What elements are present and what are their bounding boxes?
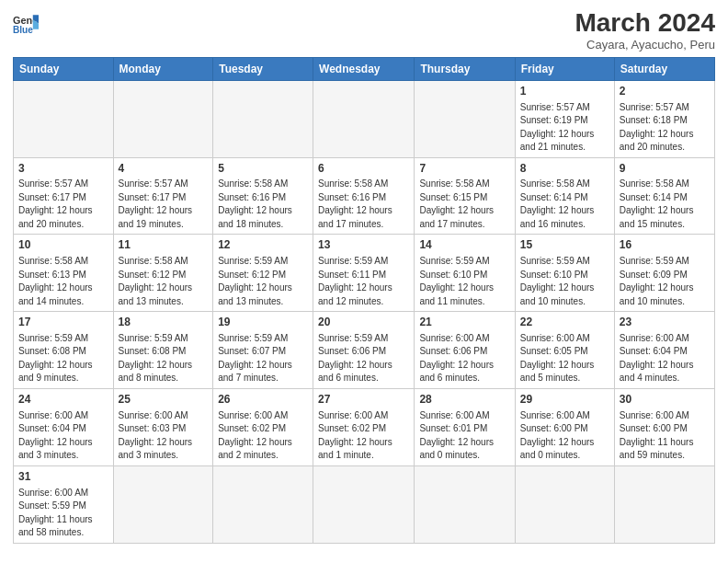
calendar-week-row: 31Sunrise: 6:00 AMSunset: 5:59 PMDayligh… <box>14 465 715 543</box>
day-info: Sunrise: 5:59 AMSunset: 6:12 PMDaylight:… <box>218 255 308 308</box>
calendar-week-row: 17Sunrise: 5:59 AMSunset: 6:08 PMDayligh… <box>14 312 715 389</box>
page: General Blue March 2024 Cayara, Ayacucho… <box>0 0 728 563</box>
table-row: 5Sunrise: 5:58 AMSunset: 6:16 PMDaylight… <box>213 157 313 235</box>
table-row <box>614 465 714 543</box>
table-row: 29Sunrise: 6:00 AMSunset: 6:00 PMDayligh… <box>515 388 614 465</box>
day-number: 5 <box>218 161 308 177</box>
table-row: 30Sunrise: 6:00 AMSunset: 6:00 PMDayligh… <box>614 388 714 465</box>
calendar-week-row: 3Sunrise: 5:57 AMSunset: 6:17 PMDaylight… <box>14 157 715 235</box>
header-sunday: Sunday <box>14 57 114 80</box>
day-info: Sunrise: 5:59 AMSunset: 6:08 PMDaylight:… <box>119 332 209 385</box>
day-number: 4 <box>119 161 209 177</box>
day-number: 26 <box>218 392 308 408</box>
table-row: 15Sunrise: 5:59 AMSunset: 6:10 PMDayligh… <box>515 235 614 312</box>
day-number: 25 <box>119 392 209 408</box>
header-saturday: Saturday <box>614 57 714 80</box>
table-row <box>415 80 515 157</box>
day-number: 19 <box>218 315 308 330</box>
calendar-table: Sunday Monday Tuesday Wednesday Thursday… <box>13 57 715 544</box>
table-row: 4Sunrise: 5:57 AMSunset: 6:17 PMDaylight… <box>113 157 213 235</box>
day-number: 3 <box>18 161 108 177</box>
day-number: 22 <box>520 315 609 330</box>
header-wednesday: Wednesday <box>313 57 415 80</box>
table-row: 25Sunrise: 6:00 AMSunset: 6:03 PMDayligh… <box>113 388 213 465</box>
table-row: 17Sunrise: 5:59 AMSunset: 6:08 PMDayligh… <box>14 312 114 389</box>
month-year: March 2024 <box>574 9 715 38</box>
table-row: 26Sunrise: 6:00 AMSunset: 6:02 PMDayligh… <box>213 388 313 465</box>
day-number: 1 <box>520 84 609 99</box>
table-row: 31Sunrise: 6:00 AMSunset: 5:59 PMDayligh… <box>14 465 114 543</box>
day-info: Sunrise: 5:58 AMSunset: 6:13 PMDaylight:… <box>18 255 108 308</box>
location: Cayara, Ayacucho, Peru <box>574 38 715 52</box>
day-info: Sunrise: 6:00 AMSunset: 6:02 PMDaylight:… <box>318 409 409 463</box>
day-number: 29 <box>520 392 609 408</box>
table-row <box>213 465 313 543</box>
day-number: 18 <box>119 315 209 330</box>
day-info: Sunrise: 5:58 AMSunset: 6:14 PMDaylight:… <box>520 178 609 231</box>
table-row: 1Sunrise: 5:57 AMSunset: 6:19 PMDaylight… <box>515 80 614 157</box>
table-row <box>213 80 313 157</box>
calendar-week-row: 24Sunrise: 6:00 AMSunset: 6:04 PMDayligh… <box>14 388 715 465</box>
table-row: 10Sunrise: 5:58 AMSunset: 6:13 PMDayligh… <box>14 235 114 312</box>
table-row: 23Sunrise: 6:00 AMSunset: 6:04 PMDayligh… <box>614 312 714 389</box>
table-row: 22Sunrise: 6:00 AMSunset: 6:05 PMDayligh… <box>515 312 614 389</box>
day-number: 14 <box>419 237 509 253</box>
day-number: 11 <box>119 237 209 253</box>
day-number: 21 <box>419 315 509 330</box>
day-info: Sunrise: 6:00 AMSunset: 6:05 PMDaylight:… <box>520 332 609 385</box>
day-number: 16 <box>620 237 710 253</box>
day-info: Sunrise: 5:58 AMSunset: 6:12 PMDaylight:… <box>119 255 209 308</box>
day-info: Sunrise: 6:00 AMSunset: 5:59 PMDaylight:… <box>18 487 108 540</box>
table-row <box>515 465 614 543</box>
table-row <box>415 465 515 543</box>
table-row: 6Sunrise: 5:58 AMSunset: 6:16 PMDaylight… <box>313 157 415 235</box>
day-info: Sunrise: 5:58 AMSunset: 6:15 PMDaylight:… <box>419 178 509 231</box>
table-row: 14Sunrise: 5:59 AMSunset: 6:10 PMDayligh… <box>415 235 515 312</box>
table-row: 24Sunrise: 6:00 AMSunset: 6:04 PMDayligh… <box>14 388 114 465</box>
day-info: Sunrise: 5:57 AMSunset: 6:17 PMDaylight:… <box>18 178 108 231</box>
day-info: Sunrise: 5:57 AMSunset: 6:19 PMDaylight:… <box>520 101 609 155</box>
table-row: 27Sunrise: 6:00 AMSunset: 6:02 PMDayligh… <box>313 388 415 465</box>
table-row: 16Sunrise: 5:59 AMSunset: 6:09 PMDayligh… <box>614 235 714 312</box>
day-info: Sunrise: 5:57 AMSunset: 6:18 PMDaylight:… <box>620 101 710 155</box>
calendar-week-row: 1Sunrise: 5:57 AMSunset: 6:19 PMDaylight… <box>14 80 715 157</box>
table-row: 11Sunrise: 5:58 AMSunset: 6:12 PMDayligh… <box>113 235 213 312</box>
day-number: 10 <box>18 237 108 253</box>
day-number: 7 <box>419 161 509 177</box>
calendar-week-row: 10Sunrise: 5:58 AMSunset: 6:13 PMDayligh… <box>14 235 715 312</box>
day-number: 28 <box>419 392 509 408</box>
header-monday: Monday <box>113 57 213 80</box>
day-number: 23 <box>620 315 710 330</box>
table-row <box>113 80 213 157</box>
table-row: 20Sunrise: 5:59 AMSunset: 6:06 PMDayligh… <box>313 312 415 389</box>
header-friday: Friday <box>515 57 614 80</box>
header-thursday: Thursday <box>415 57 515 80</box>
table-row: 13Sunrise: 5:59 AMSunset: 6:11 PMDayligh… <box>313 235 415 312</box>
day-info: Sunrise: 6:00 AMSunset: 6:00 PMDaylight:… <box>520 409 609 463</box>
day-info: Sunrise: 5:59 AMSunset: 6:10 PMDaylight:… <box>520 255 609 308</box>
day-info: Sunrise: 6:00 AMSunset: 6:02 PMDaylight:… <box>218 409 308 463</box>
day-info: Sunrise: 6:00 AMSunset: 6:04 PMDaylight:… <box>18 409 108 463</box>
table-row: 8Sunrise: 5:58 AMSunset: 6:14 PMDaylight… <box>515 157 614 235</box>
day-number: 2 <box>620 84 710 99</box>
day-info: Sunrise: 5:59 AMSunset: 6:11 PMDaylight:… <box>318 255 409 308</box>
day-info: Sunrise: 5:57 AMSunset: 6:17 PMDaylight:… <box>119 178 209 231</box>
day-info: Sunrise: 5:59 AMSunset: 6:10 PMDaylight:… <box>419 255 509 308</box>
day-number: 31 <box>18 469 108 485</box>
table-row: 2Sunrise: 5:57 AMSunset: 6:18 PMDaylight… <box>614 80 714 157</box>
table-row: 18Sunrise: 5:59 AMSunset: 6:08 PMDayligh… <box>113 312 213 389</box>
day-info: Sunrise: 6:00 AMSunset: 6:06 PMDaylight:… <box>419 332 509 385</box>
day-info: Sunrise: 5:58 AMSunset: 6:16 PMDaylight:… <box>318 178 409 231</box>
day-number: 13 <box>318 237 409 253</box>
day-number: 12 <box>218 237 308 253</box>
title-area: March 2024 Cayara, Ayacucho, Peru <box>574 9 715 52</box>
day-number: 30 <box>620 392 710 408</box>
table-row: 12Sunrise: 5:59 AMSunset: 6:12 PMDayligh… <box>213 235 313 312</box>
table-row <box>313 80 415 157</box>
day-number: 15 <box>520 237 609 253</box>
header: General Blue March 2024 Cayara, Ayacucho… <box>13 9 715 52</box>
day-info: Sunrise: 6:00 AMSunset: 6:01 PMDaylight:… <box>419 409 509 463</box>
table-row: 21Sunrise: 6:00 AMSunset: 6:06 PMDayligh… <box>415 312 515 389</box>
table-row: 9Sunrise: 5:58 AMSunset: 6:14 PMDaylight… <box>614 157 714 235</box>
table-row: 7Sunrise: 5:58 AMSunset: 6:15 PMDaylight… <box>415 157 515 235</box>
